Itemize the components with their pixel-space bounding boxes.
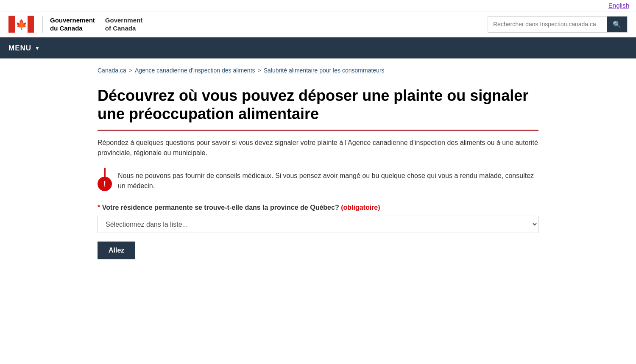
breadcrumb-item-acia[interactable]: Agence canadienne d'inspection des alime… [135, 67, 255, 74]
submit-button[interactable]: Allez [98, 242, 135, 259]
search-area: 🔍 [488, 16, 628, 33]
province-select[interactable]: Sélectionnez dans la liste... Oui Non [98, 216, 538, 233]
breadcrumb-item-salubrite[interactable]: Salubrité alimentaire pour les consommat… [264, 67, 385, 74]
warning-side-decoration: ! [98, 168, 112, 191]
english-link[interactable]: English [608, 2, 629, 9]
logo-text: Gouvernementdu Canada [42, 16, 95, 33]
svg-text:🍁: 🍁 [16, 19, 28, 30]
warning-icon: ! [98, 177, 112, 191]
intro-text: Répondez à quelques questions pour savoi… [98, 138, 538, 158]
search-input[interactable] [488, 17, 607, 31]
nav-bar: MENU ▼ [0, 38, 636, 58]
form-section: * Votre résidence permanente se trouve-t… [98, 204, 538, 259]
language-bar: English [0, 0, 636, 11]
menu-label: MENU [8, 44, 31, 53]
logo-area: 🍁 Gouvernementdu Canada Governmentof Can… [8, 16, 142, 33]
search-button[interactable]: 🔍 [607, 17, 627, 32]
canada-flag-icon: 🍁 [8, 16, 34, 33]
menu-button[interactable]: MENU ▼ [0, 38, 49, 58]
logo-en: Governmentof Canada [105, 16, 142, 33]
chevron-down-icon: ▼ [35, 45, 40, 51]
search-icon: 🔍 [613, 21, 621, 28]
breadcrumb-separator-2: > [258, 67, 261, 74]
required-tag: (obligatoire) [341, 204, 380, 211]
breadcrumb-item-canada[interactable]: Canada.ca [98, 67, 126, 74]
main-content: Canada.ca > Agence canadienne d'inspecti… [85, 58, 551, 276]
warning-text: Nous ne pouvons pas fournir de conseils … [118, 168, 538, 191]
page-title: Découvrez où vous pouvez déposer une pla… [98, 86, 538, 131]
required-star: * [98, 204, 102, 211]
site-header: 🍁 Gouvernementdu Canada Governmentof Can… [0, 11, 636, 38]
svg-rect-2 [28, 16, 34, 33]
breadcrumb: Canada.ca > Agence canadienne d'inspecti… [98, 67, 538, 74]
warning-top-bar [104, 168, 106, 177]
logo-fr: Gouvernementdu Canada [50, 16, 95, 33]
form-question-label: * Votre résidence permanente se trouve-t… [98, 204, 538, 211]
svg-rect-1 [8, 16, 15, 33]
breadcrumb-separator-1: > [129, 67, 132, 74]
warning-block: ! Nous ne pouvons pas fournir de conseil… [98, 168, 538, 191]
